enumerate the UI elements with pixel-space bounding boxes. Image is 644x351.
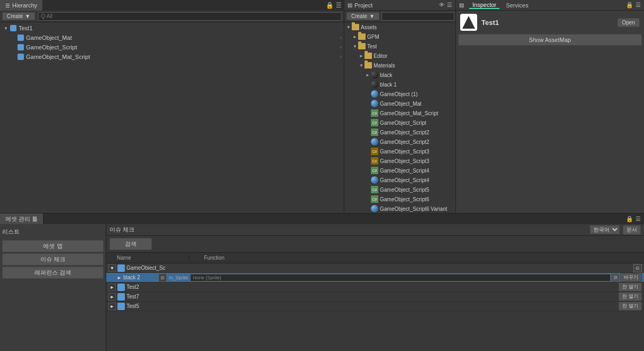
pick-icon[interactable]: ⊙	[612, 274, 619, 281]
project-item-goscript2a[interactable]: C# GameObject_Script2	[344, 127, 455, 137]
hierarchy-tree: ▼ Test1 GameObject_Mat › GameObject_Scri…	[0, 22, 344, 213]
hierarchy-menu-icon[interactable]: ☰	[336, 2, 342, 9]
project-menu-icon[interactable]: ☰	[447, 2, 452, 8]
goscript-icon: C#	[371, 119, 378, 126]
bottom-section: 에셋 관리 툴 🔒 ☰ 리스트 에셋 맵 이슈 체크 레퍼런스 검색	[0, 213, 644, 351]
project-controls: 👁 ☰	[439, 2, 452, 8]
table-row[interactable]: ▼ GameObiect_Sc ⊙	[106, 263, 644, 273]
project-item-goscript3b[interactable]: C# GameObject_Script3	[344, 156, 455, 166]
project-item-editor[interactable]: ► Editor	[344, 51, 455, 61]
project-item-goscript3a[interactable]: C# GameObject_Script3	[344, 147, 455, 156]
project-eye-icon[interactable]: 👁	[439, 2, 445, 8]
table-row[interactable]: ► black 2 ⊙ m_Sprite None (Sprite) ⊙ 바꾸기	[106, 273, 644, 282]
inspector-title-row: Test1 Open	[458, 13, 642, 32]
doc-button[interactable]: 문서	[623, 225, 641, 235]
row-name: GameObiect_Sc	[126, 265, 165, 271]
hierarchy-item[interactable]: GameObject_Mat ›	[0, 33, 344, 42]
change-button[interactable]: 바꾸기	[620, 273, 642, 282]
inspector-content: Test1 Open Show AssetMap	[456, 11, 644, 213]
open-test2-button[interactable]: 찬 열기	[618, 282, 642, 292]
table-row[interactable]: ► Test5 찬 열기	[106, 302, 644, 311]
goscript3a-icon: C#	[371, 148, 378, 155]
row-expand-icon[interactable]: ►	[108, 293, 116, 301]
project-item-gomat[interactable]: GameObject_Mat	[344, 99, 455, 108]
chevron-right-icon: ›	[340, 54, 342, 59]
materials-arrow-icon: ▼	[358, 63, 365, 68]
bottom-lock-icon[interactable]: 🔒	[626, 216, 633, 222]
project-create-button[interactable]: Create ▼	[346, 12, 379, 20]
show-asset-map-button[interactable]: Show AssetMap	[458, 34, 642, 46]
hierarchy-icon: ☰	[5, 3, 10, 8]
project-item-label: Editor	[374, 53, 387, 59]
bottom-menu-icon[interactable]: ☰	[635, 216, 641, 222]
project-item-goscript5[interactable]: C# GameObject_Script5	[344, 185, 455, 194]
inspector-open-button[interactable]: Open	[617, 18, 640, 27]
language-select[interactable]: 한국어	[590, 225, 620, 234]
row-name: Test2	[126, 284, 139, 290]
inspector-lock-icon[interactable]: 🔒	[626, 2, 633, 8]
project-item-label: GameObject_Script2	[380, 139, 429, 145]
sub-row-select-icon[interactable]: ⊙	[158, 273, 167, 282]
gomatscript-icon: C#	[371, 109, 378, 117]
hierarchy-root-item[interactable]: ▼ Test1	[0, 23, 344, 33]
services-tab[interactable]: Services	[503, 2, 531, 8]
search-button[interactable]: 검색	[109, 238, 152, 250]
hierarchy-lock-icon[interactable]: 🔒	[326, 2, 334, 9]
asset-map-button[interactable]: 에셋 맵	[2, 240, 104, 252]
hierarchy-item[interactable]: GameObject_Script ›	[0, 42, 344, 52]
function-column-header: Function	[202, 255, 644, 261]
row-expand-icon[interactable]: ►	[108, 303, 116, 310]
bottom-content: 리스트 에셋 맵 이슈 체크 레퍼런스 검색 이슈 체크 한국어 문서	[0, 224, 644, 351]
project-item-label: GameObject_Script6	[380, 196, 429, 202]
inspector-menu-icon[interactable]: ☰	[635, 2, 641, 8]
table-row[interactable]: ► Test7 찬 열기	[106, 292, 644, 302]
project-item-gomatscript[interactable]: C# GameObject_Mat_Script	[344, 108, 455, 118]
open-test5-button[interactable]: 찬 열기	[618, 302, 642, 311]
hierarchy-create-button[interactable]: Create ▼	[2, 12, 35, 20]
bottom-tab-bar: 에셋 관리 툴 🔒 ☰	[0, 213, 644, 224]
project-item-gpm[interactable]: ► GPM	[344, 32, 455, 41]
project-item-gameobject1[interactable]: GameObject (1)	[344, 89, 455, 99]
issue-check-button[interactable]: 이슈 체크	[2, 253, 104, 266]
list-label: 리스트	[2, 228, 20, 236]
inspector-tab[interactable]: Inspector	[469, 2, 499, 9]
project-icon: ▤	[348, 2, 352, 8]
row-select-icon[interactable]: ⊙	[633, 264, 642, 272]
project-item-goscript2b[interactable]: GameObject_Script2	[344, 137, 455, 147]
project-item-goscript4b[interactable]: GameObject_Script4	[344, 175, 455, 185]
project-item-black[interactable]: ► black	[344, 70, 455, 80]
hierarchy-search-input[interactable]	[38, 12, 342, 21]
hierarchy-item[interactable]: GameObject_Mat_Script ›	[0, 52, 344, 62]
project-item-label: GameObject_Script2	[380, 130, 429, 135]
gpm-arrow-icon: ►	[352, 35, 358, 39]
row-name: Test5	[126, 303, 139, 309]
gameobject-mat-script-icon	[17, 53, 24, 61]
bottom-tab-controls: 🔒 ☰	[623, 213, 644, 224]
project-item-label: Materials	[374, 63, 395, 69]
ref-search-button[interactable]: 레퍼런스 검색	[2, 267, 104, 279]
row-expand-icon[interactable]: ►	[108, 284, 116, 291]
project-tab-label: Project	[354, 2, 372, 8]
project-item-goscript6[interactable]: C# GameObject_Script6	[344, 194, 455, 204]
project-search-input[interactable]	[382, 12, 454, 21]
field-name: m_Sprite	[169, 275, 188, 280]
project-item-assets[interactable]: ▼ Assets	[344, 22, 455, 32]
project-item-label: GameObject (1)	[380, 91, 418, 97]
collapse-arrow-icon: ▼	[2, 26, 10, 31]
project-item-goscript[interactable]: C# GameObject_Script	[344, 118, 455, 127]
chevron-right-icon: ›	[340, 35, 342, 40]
project-item-label: black	[380, 72, 392, 78]
table-row[interactable]: ► Test2 찬 열기	[106, 282, 644, 292]
project-item-label: Assets	[361, 24, 377, 30]
project-item-materials[interactable]: ▼ Materials	[344, 61, 455, 70]
open-test7-button[interactable]: 찬 열기	[618, 292, 642, 301]
project-item-black1[interactable]: black 1	[344, 80, 455, 89]
row-expand-icon[interactable]: ▼	[108, 264, 116, 272]
asset-tool-tab[interactable]: 에셋 관리 툴	[0, 213, 44, 224]
sprite-value: None (Sprite)	[190, 274, 611, 281]
project-item-test[interactable]: ▼ Test	[344, 41, 455, 51]
project-item-goscript6v[interactable]: GameObject_Script6 Variant	[344, 204, 455, 213]
project-item-goscript4a[interactable]: C# GameObject_Script4	[344, 166, 455, 175]
goscript5-icon: C#	[371, 186, 378, 193]
hierarchy-tab[interactable]: ☰ Hierarchy	[0, 0, 43, 11]
